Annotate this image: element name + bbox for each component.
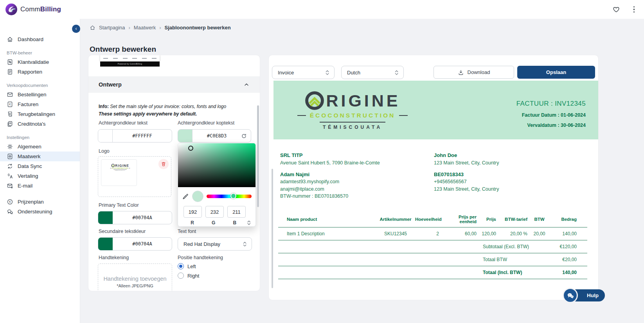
design-panel-scrollbar[interactable]: [257, 105, 259, 207]
total-vat-label: Totaal BTW: [480, 253, 548, 266]
invoice-euro-icon: €: [7, 101, 13, 108]
language-select[interactable]: Dutch: [341, 66, 404, 79]
rgb-inputs: [178, 202, 255, 218]
sidebar: Dashboard BTW-beheer Klantvalidatie Rapp…: [0, 19, 80, 323]
saturation-knob[interactable]: [188, 146, 193, 151]
brand-icon: [5, 4, 17, 15]
eyedropper-icon[interactable]: [182, 193, 189, 200]
app-root: CommBilling Dashboard BTW-beheer Klantva…: [0, 0, 644, 323]
sidebar-item-maatwerk[interactable]: Maatwerk: [0, 152, 80, 161]
hue-slider[interactable]: [207, 195, 252, 198]
radio-right[interactable]: [178, 272, 184, 279]
color-mode-stepper-icon[interactable]: [247, 220, 252, 226]
invoice-brand-text: RIGINE: [326, 92, 400, 109]
sidebar-item-dashboard[interactable]: Dashboard: [0, 34, 80, 44]
sidebar-item-label: Vertaling: [18, 173, 38, 179]
orders-envelope-icon: [7, 91, 13, 98]
info-text: Set the main style of your invoice: colo…: [109, 104, 226, 109]
customer-vat: BE07018343: [434, 171, 588, 177]
download-button[interactable]: Download: [434, 66, 514, 79]
bg-header-label: Achtergrondkleur koptekst: [178, 120, 234, 126]
sidebar-item-klantvalidatie[interactable]: Klantvalidatie: [0, 57, 80, 67]
b-label: B: [226, 220, 243, 226]
g-input[interactable]: [205, 206, 224, 218]
origine-o-icon: [304, 90, 325, 111]
sidebar-item-label: Bestellingen: [18, 92, 47, 97]
bg-text-color-field[interactable]: #FFFFFF: [98, 129, 172, 143]
invoice-meta: FACTUUR : INV12345 Factuur Datum : 01-06…: [516, 81, 598, 139]
breadcrumb-separator: ›: [159, 25, 161, 31]
sidebar-item-bestellingen[interactable]: Bestellingen: [0, 90, 80, 99]
help-button[interactable]: Hulp: [570, 289, 605, 301]
info-note: These settings apply everywhere by defau…: [99, 111, 197, 117]
primary-swatch: [98, 211, 113, 224]
position-option-left[interactable]: Left: [178, 263, 196, 269]
favorites-heart-icon[interactable]: [612, 5, 621, 14]
brand-logo[interactable]: CommBilling: [5, 4, 61, 15]
breadcrumb-startpagina[interactable]: Startpagina: [99, 25, 125, 31]
seller-address: Avenue Saint Hubert 5, 7090 Braine-le-Co…: [280, 160, 434, 166]
preview-scrollbar[interactable]: [272, 169, 273, 288]
reset-color-icon[interactable]: [241, 133, 247, 139]
chevron-up-icon[interactable]: [243, 81, 250, 88]
saturation-area[interactable]: [178, 143, 255, 187]
bg-header-color-field[interactable]: #C0E8D3: [178, 129, 251, 143]
sidebar-item-label: Algemeen: [18, 144, 41, 150]
seller-address-block: SRL TITP Avenue Saint Hubert 5, 7090 Bra…: [280, 152, 434, 205]
breadcrumb-current: Sjabloonontwerp bewerken: [165, 25, 231, 31]
subtotal-label: Subtotaal (Excl. BTW): [480, 240, 548, 253]
radio-left-selected[interactable]: [178, 263, 184, 269]
col-hoeveelheid: Hoeveelheid: [415, 215, 444, 227]
signature-upload-box[interactable]: Handtekening toevoegen *Alleen JPEG/PNG: [98, 263, 172, 291]
sidebar-collapse-button[interactable]: ‹: [72, 25, 80, 33]
sidebar-item-facturen[interactable]: € Facturen: [0, 99, 80, 109]
breadcrumb-maatwerk[interactable]: Maatwerk: [134, 25, 156, 31]
customer-name: John Doe: [434, 152, 588, 158]
grand-total-row: Totaal (Incl. BTW) 140,00: [278, 266, 587, 279]
template-thumbnail-footer: Powered by CommBilling: [100, 61, 160, 67]
col-bedrag: Bedrag: [548, 215, 587, 227]
sidebar-item-terugbetalingen[interactable]: Terugbetalingen: [0, 109, 80, 119]
sidebar-item-label: Rapporten: [18, 69, 42, 75]
trash-icon: [161, 161, 166, 167]
delete-logo-button[interactable]: [158, 159, 169, 169]
document-type-select[interactable]: Invoice: [272, 66, 335, 79]
item-name: Item 1 Description: [278, 227, 376, 240]
b-input[interactable]: [227, 206, 246, 218]
sidebar-item-rapporten[interactable]: Rapporten: [0, 67, 80, 77]
r-input[interactable]: [183, 206, 202, 218]
invoice-header: RIGINE ÉCOCONSTRUCTION TÉMISCOUATA FACTU…: [273, 81, 598, 139]
save-button[interactable]: Opslaan: [517, 66, 595, 79]
position-option-right[interactable]: Right: [178, 272, 199, 279]
table-row: Item 1 Description SKU12345 2 60,00 120,…: [278, 227, 587, 240]
customer-address2: 123 Main Street, City, Country: [434, 186, 588, 192]
template-thumbnail[interactable]: Powered by CommBilling: [100, 55, 160, 67]
breadcrumb-home-icon[interactable]: [90, 25, 95, 31]
sidebar-item-algemeen[interactable]: Algemeen: [0, 142, 80, 152]
main-content: Startpagina › Maatwerk › Sjabloonontwerp…: [80, 19, 644, 323]
sidebar-item-creditnotas[interactable]: Creditnota's: [0, 119, 80, 129]
customer-phone: +94565656567: [434, 179, 588, 184]
hue-knob[interactable]: [230, 193, 236, 199]
invoice-brand-tagline: TÉMISCOUATA: [280, 125, 425, 130]
kebab-menu-icon[interactable]: [631, 5, 637, 14]
logo-preview: RIGINE ÉCOCONSTRUCTION TÉMISCOUATA: [101, 159, 137, 186]
sidebar-item-label: Terugbetalingen: [18, 111, 55, 117]
primary-color-field[interactable]: #00704A: [98, 211, 172, 224]
logo-upload-box[interactable]: RIGINE ÉCOCONSTRUCTION TÉMISCOUATA: [98, 156, 171, 197]
select-arrows-icon: [394, 70, 399, 76]
secondary-color-field[interactable]: #00704A: [98, 237, 172, 251]
accordion-title: Ontwerp: [99, 81, 122, 88]
sidebar-item-ondersteuning[interactable]: Ondersteuning: [0, 207, 80, 217]
sidebar-item-vertaling[interactable]: Vertaling: [0, 171, 80, 181]
sidebar-item-prijzenplan[interactable]: € Prijzenplan: [0, 197, 80, 207]
accordion-ontwerp[interactable]: Ontwerp: [88, 76, 260, 93]
item-vat-rate: 20,00 %: [499, 227, 531, 240]
home-icon: [7, 36, 13, 43]
sidebar-item-label: Creditnota's: [18, 121, 46, 127]
svg-text:€: €: [9, 200, 11, 204]
pricing-euro-circle-icon: €: [7, 198, 13, 205]
sidebar-item-data-sync[interactable]: Data Sync: [0, 161, 80, 171]
sidebar-item-email[interactable]: E-mail: [0, 181, 80, 191]
text-font-select[interactable]: Red Hat Display: [178, 237, 252, 251]
